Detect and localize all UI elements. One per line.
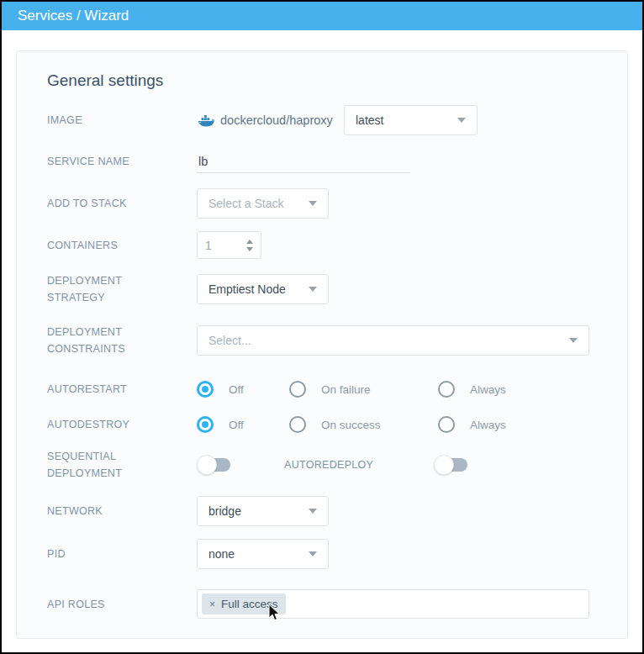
radio-selected-icon[interactable] <box>197 381 214 398</box>
image-name: dockercloud/haproxy <box>197 113 344 128</box>
service-name-input[interactable] <box>197 150 410 173</box>
network-label: NETWORK <box>47 503 197 520</box>
image-repo-text: dockercloud/haproxy <box>220 113 333 127</box>
pid-value: none <box>209 547 235 561</box>
radio-label: Off <box>229 419 244 431</box>
toggle-knob <box>197 455 217 475</box>
deployment-strategy-label: DEPLOYMENT STRATEGY <box>47 272 197 306</box>
network-select[interactable]: bridge <box>197 496 329 526</box>
chevron-down-icon <box>457 118 466 123</box>
radio-icon[interactable] <box>289 416 306 433</box>
radio-label: On success <box>321 419 381 431</box>
remove-tag-icon[interactable]: × <box>209 599 215 610</box>
autodestroy-option-always[interactable]: Always <box>438 416 506 433</box>
stack-select[interactable]: Select a Stack <box>197 188 329 219</box>
radio-selected-icon[interactable] <box>197 416 214 433</box>
chevron-down-icon <box>309 201 317 206</box>
api-roles-label: API ROLES <box>47 596 197 613</box>
stepper-arrows[interactable] <box>246 240 253 251</box>
api-role-tag[interactable]: × Full access <box>202 593 286 614</box>
radio-label: Always <box>470 419 506 431</box>
autoredeploy-toggle[interactable] <box>434 455 467 475</box>
containers-label: CONTAINERS <box>47 237 197 254</box>
section-title: General settings <box>47 71 627 90</box>
radio-icon[interactable] <box>438 416 455 433</box>
deployment-strategy-row: DEPLOYMENT STRATEGY Emptiest Node <box>47 272 627 306</box>
pid-label: PID <box>47 546 197 562</box>
api-roles-row: API ROLES × Full access <box>47 589 627 619</box>
image-tag-select[interactable]: latest <box>344 105 478 135</box>
deployment-constraints-row: DEPLOYMENT CONSTRAINTS Select... <box>47 324 627 357</box>
autodestroy-row: AUTODESTROY Off On success Always <box>47 414 627 435</box>
page-header: Services / Wizard <box>2 2 642 30</box>
autorestart-option-off[interactable]: Off <box>197 381 289 398</box>
breadcrumb: Services / Wizard <box>18 8 129 24</box>
image-label: IMAGE <box>47 112 197 129</box>
deployment-strategy-value: Emptiest Node <box>209 282 286 296</box>
chevron-down-icon <box>309 509 317 514</box>
radio-label: Off <box>229 383 244 396</box>
containers-row: CONTAINERS 1 <box>47 231 627 259</box>
autodestroy-option-off[interactable]: Off <box>197 416 289 433</box>
step-down-icon[interactable] <box>246 247 253 251</box>
stack-select-placeholder: Select a Stack <box>209 197 284 210</box>
service-name-row: SERVICE NAME <box>47 149 627 174</box>
autodestroy-option-on-success[interactable]: On success <box>289 416 438 433</box>
sequential-deployment-label: SEQUENTIAL DEPLOYMENT <box>47 448 197 482</box>
pid-select[interactable]: none <box>197 539 329 569</box>
network-row: NETWORK bridge <box>47 496 627 526</box>
toggles-row: SEQUENTIAL DEPLOYMENT AUTOREDEPLOY <box>47 455 627 475</box>
app-window: Services / Wizard General settings IMAGE <box>0 0 644 654</box>
radio-label: Always <box>470 383 506 396</box>
containers-value: 1 <box>205 239 212 252</box>
image-row: IMAGE <box>47 105 627 135</box>
deployment-constraints-label: DEPLOYMENT CONSTRAINTS <box>47 324 197 357</box>
toggle-knob <box>434 455 454 475</box>
autorestart-row: AUTORESTART Off On failure Always <box>47 379 627 399</box>
chevron-down-icon <box>309 551 317 556</box>
autorestart-option-on-failure[interactable]: On failure <box>289 381 438 398</box>
docker-whale-icon <box>197 113 214 128</box>
api-role-tag-label: Full access <box>221 598 278 610</box>
autorestart-option-always[interactable]: Always <box>438 381 506 398</box>
add-to-stack-label: ADD TO STACK <box>47 195 197 212</box>
deployment-constraints-select[interactable]: Select... <box>197 325 589 356</box>
pid-row: PID none <box>47 539 627 569</box>
radio-icon[interactable] <box>289 381 306 398</box>
radio-label: On failure <box>321 383 371 396</box>
api-roles-select[interactable]: × Full access <box>197 589 589 619</box>
service-name-label: SERVICE NAME <box>47 153 197 170</box>
chevron-down-icon <box>569 338 578 343</box>
general-settings-card: General settings IMAGE <box>16 50 628 639</box>
chevron-down-icon <box>309 287 317 292</box>
network-value: bridge <box>209 504 241 518</box>
step-up-icon[interactable] <box>246 240 253 244</box>
image-tag-value: latest <box>356 113 383 127</box>
sequential-deployment-toggle[interactable] <box>197 455 230 475</box>
autoredeploy-label: AUTOREDEPLOY <box>284 459 373 471</box>
radio-icon[interactable] <box>438 381 455 398</box>
deployment-constraints-placeholder: Select... <box>209 334 251 347</box>
deployment-strategy-select[interactable]: Emptiest Node <box>197 274 329 304</box>
autorestart-label: AUTORESTART <box>47 381 197 398</box>
autodestroy-label: AUTODESTROY <box>47 416 197 433</box>
add-to-stack-row: ADD TO STACK Select a Stack <box>47 188 627 219</box>
containers-stepper[interactable]: 1 <box>197 231 261 259</box>
